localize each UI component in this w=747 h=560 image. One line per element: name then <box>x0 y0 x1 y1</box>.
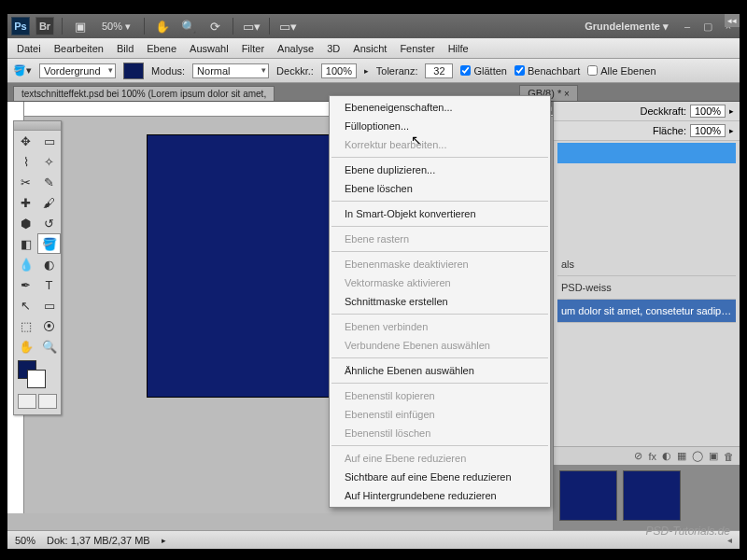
healing-tool[interactable]: ✚ <box>14 192 37 213</box>
new-layer-icon[interactable]: ▣ <box>709 450 718 462</box>
tolerance-label: Toleranz: <box>376 65 418 77</box>
stamp-tool[interactable]: ⬢ <box>14 213 37 233</box>
minimize-button[interactable]: – <box>680 21 695 32</box>
layer-opacity-label: Deckkraft: <box>640 105 686 117</box>
menu-item: Ebenenstil einfügen <box>330 405 550 424</box>
menu-item: Auf eine Ebene reduzieren <box>330 449 550 468</box>
adjustment-icon[interactable]: ▦ <box>677 450 686 462</box>
menubar: Datei Bearbeiten Bild Ebene Auswahl Filt… <box>7 38 740 59</box>
layer-fill-label: Fläche: <box>653 125 686 136</box>
menu-item[interactable]: Ebeneneigenschaften... <box>330 98 550 117</box>
canvas[interactable] <box>148 135 330 397</box>
menu-filter[interactable]: Filter <box>242 43 264 54</box>
type-tool[interactable]: T <box>37 274 61 295</box>
3d-camera-tool[interactable]: ⦿ <box>37 315 61 336</box>
status-zoom[interactable]: 50% <box>15 535 35 546</box>
mask-icon[interactable]: ◐ <box>662 450 671 462</box>
eyedropper-tool[interactable]: ✎ <box>37 172 61 192</box>
menu-datei[interactable]: Datei <box>17 43 41 54</box>
link-layers-icon[interactable]: ⊘ <box>634 450 642 462</box>
crop-tool[interactable]: ✂ <box>14 172 37 192</box>
tolerance-input[interactable]: 32 <box>425 63 453 78</box>
background-color[interactable] <box>27 370 46 388</box>
collapse-right-icon[interactable]: ◂◂ <box>725 14 740 27</box>
bridge-logo-icon[interactable]: Br <box>35 17 54 35</box>
quickselect-tool[interactable]: ✧ <box>37 151 61 172</box>
color-swatches[interactable] <box>14 357 61 392</box>
hand-tool[interactable]: ✋ <box>14 336 37 357</box>
menu-bild[interactable]: Bild <box>117 43 134 54</box>
eraser-tool[interactable]: ◧ <box>14 233 37 254</box>
doc-thumb[interactable] <box>623 470 681 521</box>
shape-tool[interactable]: ▭ <box>37 295 61 315</box>
menu-analyse[interactable]: Analyse <box>277 43 314 54</box>
menu-3d[interactable]: 3D <box>327 43 340 54</box>
group-icon[interactable]: ◯ <box>692 450 703 462</box>
move-tool[interactable]: ✥ <box>14 131 37 151</box>
opacity-input[interactable]: 100% <box>321 63 357 78</box>
menu-fenster[interactable]: Fenster <box>400 43 434 54</box>
workspace-switcher[interactable]: Grundelemente ▾ <box>579 21 674 33</box>
marquee-tool[interactable]: ▭ <box>37 131 61 151</box>
menu-hilfe[interactable]: Hilfe <box>448 43 469 54</box>
menu-item[interactable]: Auf Hintergrundebene reduzieren <box>330 486 550 505</box>
titlebar: Ps Br ▣ 50% ▾ ✋ 🔍 ⟳ ▭▾ ▭▾ Grundelemente … <box>7 14 740 38</box>
menu-item[interactable]: Schnittmaske erstellen <box>330 292 550 311</box>
trash-icon[interactable]: 🗑 <box>724 451 734 462</box>
layer-item[interactable]: PSD-weiss <box>557 276 736 300</box>
quickmask-toggle[interactable] <box>14 392 61 414</box>
screen-mode-icon[interactable]: ▭▾ <box>277 17 298 35</box>
zoom-display[interactable]: 50% ▾ <box>96 21 136 33</box>
menu-ansicht[interactable]: Ansicht <box>353 43 387 54</box>
menu-item[interactable]: Fülloptionen... <box>330 117 550 135</box>
layer-item[interactable]: um dolor sit amet, consetetur sadips... <box>557 300 736 323</box>
menu-item[interactable]: Ebene duplizieren... <box>330 161 550 179</box>
history-brush-tool[interactable]: ↺ <box>37 213 61 233</box>
options-bar: 🪣▾ Vordergrund Modus: Normal Deckkr.: 10… <box>7 59 740 83</box>
zoom-tool[interactable]: 🔍 <box>37 336 61 357</box>
maximize-button[interactable]: ▢ <box>700 21 715 33</box>
menu-item: Verbundene Ebenen auswählen <box>330 336 550 355</box>
menu-item: Ebene rastern <box>330 230 550 248</box>
thumbnail-strip <box>554 465 740 530</box>
selected-layer-highlight[interactable] <box>557 143 736 163</box>
blur-tool[interactable]: 💧 <box>14 254 37 274</box>
path-tool[interactable]: ↖ <box>14 295 37 315</box>
toolbox-header[interactable] <box>14 121 61 131</box>
menu-bearbeiten[interactable]: Bearbeiten <box>54 43 104 54</box>
rotate-icon[interactable]: ⟳ <box>204 17 225 35</box>
contiguous-checkbox[interactable]: Benachbart <box>514 65 580 77</box>
doc-thumb[interactable] <box>559 470 617 521</box>
dodge-tool[interactable]: ◐ <box>37 254 61 274</box>
layer-item[interactable]: als <box>557 253 736 276</box>
lasso-tool[interactable]: ⌇ <box>14 151 37 172</box>
pattern-swatch[interactable] <box>123 63 144 79</box>
zoom-icon[interactable]: 🔍 <box>178 17 199 35</box>
pen-tool[interactable]: ✒ <box>14 274 37 295</box>
fx-icon[interactable]: fx <box>648 451 656 462</box>
all-layers-checkbox[interactable]: Alle Ebenen <box>587 65 655 77</box>
menu-ebene[interactable]: Ebene <box>147 43 176 54</box>
menu-item[interactable]: In Smart-Objekt konvertieren <box>330 204 550 223</box>
bucket-tool-icon: 🪣▾ <box>13 64 32 77</box>
arrange-icon[interactable]: ▭▾ <box>241 17 261 35</box>
status-docsize: Dok: 1,37 MB/2,37 MB <box>47 535 150 546</box>
3d-tool[interactable]: ⬚ <box>14 315 37 336</box>
layer-list: als PSD-weiss um dolor sit amet, consete… <box>554 165 740 446</box>
menu-item[interactable]: Ähnliche Ebenen auswählen <box>330 361 550 380</box>
menu-item[interactable]: Sichtbare auf eine Ebene reduzieren <box>330 468 550 486</box>
menu-item[interactable]: Ebene löschen <box>330 179 550 198</box>
antialias-checkbox[interactable]: Glätten <box>460 65 506 77</box>
mode-dropdown[interactable]: Normal <box>192 63 269 78</box>
fill-source-dropdown[interactable]: Vordergrund <box>39 63 116 78</box>
layer-fill-input[interactable]: 100% <box>690 124 726 137</box>
menu-item: Ebenenstil kopieren <box>330 386 550 405</box>
menu-item: Ebenen verbinden <box>330 317 550 336</box>
layer-opacity-input[interactable]: 100% <box>690 105 726 118</box>
launch-icon[interactable]: ▣ <box>70 17 91 35</box>
hand-icon[interactable]: ✋ <box>152 17 173 35</box>
brush-tool[interactable]: 🖌 <box>37 192 61 213</box>
tab-main-doc[interactable]: textschnitteffekt.psd bei 100% (Lorem ip… <box>13 86 275 101</box>
bucket-tool[interactable]: 🪣 <box>37 233 61 254</box>
menu-auswahl[interactable]: Auswahl <box>190 43 229 54</box>
